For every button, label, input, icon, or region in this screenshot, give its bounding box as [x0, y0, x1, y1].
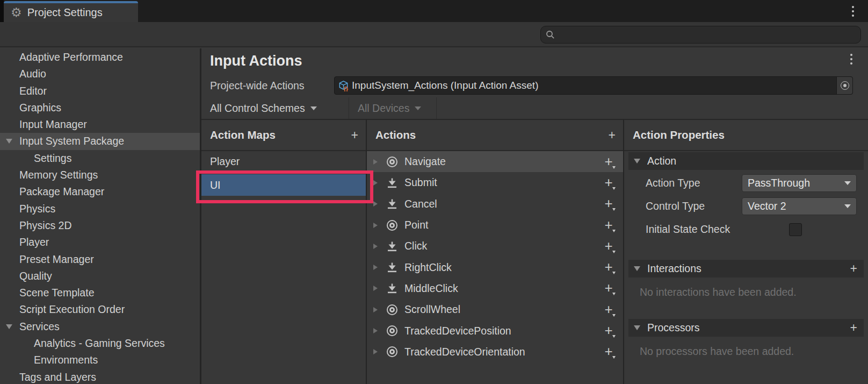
- sidebar-item-label: Input Manager: [19, 118, 87, 130]
- add-binding-button[interactable]: +: [602, 344, 616, 359]
- search-box[interactable]: [540, 26, 861, 44]
- foldout-icon[interactable]: [6, 139, 12, 144]
- sidebar-item[interactable]: Physics 2D: [0, 217, 200, 234]
- expand-icon[interactable]: [373, 244, 378, 249]
- expand-icon[interactable]: [373, 201, 378, 207]
- interactions-section-foldout[interactable]: Interactions +: [628, 260, 864, 278]
- control-type-row: Control Type Vector 2: [624, 196, 868, 216]
- action-label: ScrollWheel: [404, 303, 460, 316]
- input-action-asset-icon: {}: [338, 80, 349, 91]
- search-input[interactable]: [558, 30, 856, 40]
- expand-icon[interactable]: [373, 286, 378, 291]
- input-actions-menu-icon[interactable]: [850, 54, 852, 65]
- action-maps-list: Player UI: [201, 151, 366, 196]
- expand-icon[interactable]: [373, 223, 378, 228]
- sidebar-item-label: Audio: [19, 68, 46, 80]
- foldout-icon[interactable]: [6, 324, 12, 329]
- sidebar-item-label: Graphics: [19, 102, 61, 113]
- add-binding-button[interactable]: +: [602, 218, 616, 233]
- foldout-icon: [634, 159, 640, 163]
- sidebar-item[interactable]: Services: [0, 318, 200, 335]
- page-title: Input Actions: [210, 53, 302, 69]
- sidebar-item[interactable]: Input System Package: [0, 133, 200, 150]
- processors-section-foldout[interactable]: Processors +: [628, 319, 864, 337]
- control-schemes-dropdown[interactable]: All Control Schemes: [201, 97, 349, 119]
- add-binding-button[interactable]: +: [602, 154, 616, 169]
- sidebar-item-label: Player: [19, 236, 49, 248]
- sidebar-item[interactable]: Package Manager: [0, 183, 200, 200]
- window-menu-icon[interactable]: [852, 6, 854, 17]
- action-item[interactable]: Navigate +: [367, 151, 623, 172]
- action-label: RightClick: [404, 261, 452, 274]
- add-processor-button[interactable]: +: [850, 322, 857, 334]
- action-label: Cancel: [404, 198, 437, 210]
- sidebar-item[interactable]: Tags and Layers: [0, 369, 200, 384]
- sidebar-item[interactable]: Environments: [0, 352, 200, 368]
- vector2-action-icon: [385, 155, 399, 169]
- sidebar-item[interactable]: Analytics - Gaming Services: [0, 335, 200, 352]
- sidebar-item-label: Preset Manager: [19, 253, 94, 265]
- sidebar-item-label: Services: [19, 321, 60, 332]
- sidebar-item[interactable]: Settings: [0, 150, 200, 167]
- action-item[interactable]: Click +: [367, 236, 623, 257]
- sidebar-item[interactable]: Editor: [0, 83, 200, 99]
- action-item[interactable]: ScrollWheel +: [367, 299, 623, 320]
- action-type-dropdown[interactable]: PassThrough: [742, 174, 857, 192]
- add-binding-button[interactable]: +: [602, 302, 616, 317]
- sidebar-item-label: Quality: [19, 270, 52, 282]
- object-picker-button[interactable]: [836, 77, 852, 94]
- action-label: MiddleClick: [404, 282, 458, 295]
- add-action-map-button[interactable]: +: [351, 129, 358, 141]
- initial-state-check-checkbox[interactable]: [789, 223, 802, 236]
- add-binding-button[interactable]: +: [602, 323, 616, 338]
- add-binding-button[interactable]: +: [602, 196, 616, 211]
- project-wide-actions-field[interactable]: {} InputSystem_Actions (Input Action Ass…: [334, 76, 853, 95]
- processors-empty-text: No processors have been added.: [640, 345, 868, 358]
- action-map-item[interactable]: Player: [201, 151, 366, 172]
- expand-icon[interactable]: [373, 265, 378, 270]
- action-map-item[interactable]: UI: [201, 174, 366, 196]
- control-type-dropdown[interactable]: Vector 2: [742, 197, 857, 215]
- sidebar-item[interactable]: Script Execution Order: [0, 301, 200, 318]
- action-item[interactable]: Point +: [367, 215, 623, 236]
- sidebar-item-label: Scene Template: [19, 287, 94, 298]
- add-binding-button[interactable]: +: [602, 260, 616, 275]
- action-item[interactable]: RightClick +: [367, 257, 623, 278]
- action-item[interactable]: TrackedDevicePosition +: [367, 320, 623, 341]
- chevron-down-icon: [844, 204, 851, 208]
- sidebar-item[interactable]: Player: [0, 234, 200, 251]
- sidebar-item[interactable]: Audio: [0, 66, 200, 82]
- main-header: Input Actions: [201, 48, 868, 74]
- action-item[interactable]: Submit +: [367, 172, 623, 193]
- sidebar-item[interactable]: Scene Template: [0, 285, 200, 301]
- devices-dropdown[interactable]: All Devices: [349, 97, 437, 119]
- sidebar-item[interactable]: Adaptive Performance: [0, 49, 200, 66]
- expand-icon[interactable]: [373, 180, 378, 186]
- add-action-button[interactable]: +: [609, 129, 616, 141]
- expand-icon[interactable]: [373, 328, 378, 333]
- sidebar-item-label: Tags and Layers: [19, 371, 96, 383]
- sidebar-item[interactable]: Physics: [0, 201, 200, 217]
- add-interaction-button[interactable]: +: [850, 262, 857, 275]
- sidebar-item[interactable]: Input Manager: [0, 116, 200, 133]
- devices-label: All Devices: [358, 102, 409, 115]
- action-item[interactable]: Cancel +: [367, 194, 623, 215]
- add-binding-button[interactable]: +: [602, 175, 616, 190]
- svg-text:{}: {}: [344, 86, 349, 91]
- interactions-empty-text: No interactions have been added.: [640, 286, 868, 298]
- action-item[interactable]: TrackedDeviceOrientation +: [367, 342, 623, 362]
- expand-icon[interactable]: [373, 349, 378, 354]
- expand-icon[interactable]: [373, 159, 378, 165]
- expand-icon[interactable]: [373, 307, 378, 312]
- button-action-icon: [385, 176, 399, 190]
- action-section-foldout[interactable]: Action: [628, 152, 864, 170]
- sidebar-item[interactable]: Preset Manager: [0, 251, 200, 268]
- sidebar-item[interactable]: Graphics: [0, 99, 200, 116]
- editor-columns: Action Maps + Player UI Actions +: [201, 120, 868, 384]
- add-binding-button[interactable]: +: [602, 281, 616, 296]
- add-binding-button[interactable]: +: [602, 239, 616, 254]
- sidebar-item[interactable]: Memory Settings: [0, 167, 200, 183]
- action-item[interactable]: MiddleClick +: [367, 278, 623, 299]
- sidebar-item[interactable]: Quality: [0, 268, 200, 285]
- tab-project-settings[interactable]: ⚙ Project Settings: [4, 1, 138, 22]
